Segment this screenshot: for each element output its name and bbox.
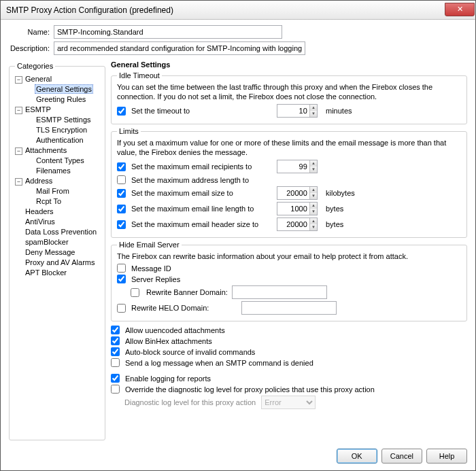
diag-level-select: Error <box>261 396 316 409</box>
spin-up-icon[interactable]: ▲ <box>310 218 317 224</box>
spin-up-icon[interactable]: ▲ <box>310 105 317 111</box>
rewrite-banner-label: Rewrite Banner Domain: <box>146 288 228 296</box>
spin-up-icon[interactable]: ▲ <box>310 203 317 209</box>
idle-timeout-fieldset: Idle Timeout You can set the time betwee… <box>111 71 467 124</box>
rewrite-helo-checkbox[interactable] <box>117 304 126 313</box>
enable-log-label: Enable logging for reports <box>125 374 211 383</box>
tree-apt-blocker[interactable]: APT Blocker <box>24 268 68 277</box>
max-header-size-checkbox[interactable] <box>117 220 126 229</box>
max-header-size-label: Set the maximum email header size to <box>131 220 274 228</box>
sendlog-checkbox[interactable] <box>111 358 120 367</box>
tree-toggle[interactable]: − <box>15 178 22 186</box>
page-heading: General Settings <box>111 60 467 69</box>
limits-legend: Limits <box>117 127 141 135</box>
max-size-input[interactable] <box>277 187 309 199</box>
tree-mail-from[interactable]: Mail From <box>35 187 71 195</box>
tree-attachments[interactable]: Attachments <box>24 146 68 154</box>
autoblock-checkbox[interactable] <box>111 347 120 356</box>
hide-email-desc: The Firebox can rewrite basic informatio… <box>117 251 461 261</box>
timeout-input[interactable] <box>277 105 309 117</box>
tree-esmtp-settings[interactable]: ESMTP Settings <box>35 116 92 124</box>
tree-authentication[interactable]: Authentication <box>35 136 85 144</box>
tree-filenames[interactable]: Filenames <box>35 167 72 175</box>
autoblock-label: Auto-block source of invalid commands <box>125 348 255 356</box>
tree-esmtp[interactable]: ESMTP <box>24 105 52 114</box>
rewrite-banner-checkbox[interactable] <box>131 288 139 297</box>
max-size-checkbox[interactable] <box>117 189 126 198</box>
tree-antivirus[interactable]: AntiVirus <box>24 217 56 226</box>
tree-content-types[interactable]: Content Types <box>35 156 86 164</box>
override-diag-label: Override the diagnostic log level for pr… <box>125 385 375 394</box>
uuencoded-label: Allow uuencoded attachments <box>125 326 225 334</box>
dialog-window: SMTP Proxy Action Configuration (predefi… <box>0 0 476 471</box>
max-line-len-stepper[interactable]: ▲▼ <box>277 202 318 215</box>
rewrite-helo-field[interactable] <box>241 301 337 315</box>
max-size-stepper[interactable]: ▲▼ <box>277 186 318 200</box>
message-id-checkbox[interactable] <box>117 264 126 273</box>
name-label: Name: <box>9 28 54 36</box>
spin-down-icon[interactable]: ▼ <box>310 167 317 173</box>
limits-fieldset: Limits If you set a maximum value for on… <box>111 127 467 238</box>
tree-toggle[interactable]: − <box>15 76 22 84</box>
set-timeout-checkbox[interactable] <box>117 107 126 116</box>
max-addr-len-checkbox[interactable] <box>117 175 126 184</box>
timeout-stepper[interactable]: ▲▼ <box>277 104 318 118</box>
cancel-button[interactable]: Cancel <box>381 449 422 464</box>
spin-down-icon[interactable]: ▼ <box>310 111 317 117</box>
max-recipients-label: Set the maximum email recipients to <box>131 162 274 171</box>
max-header-size-unit: bytes <box>326 220 343 228</box>
name-field[interactable] <box>54 25 282 39</box>
help-button[interactable]: Help <box>426 449 467 464</box>
rewrite-banner-field[interactable] <box>232 285 327 299</box>
categories-fieldset: Categories −General General Settings Gre… <box>9 62 105 440</box>
tree-general[interactable]: General <box>24 75 53 83</box>
binhex-checkbox[interactable] <box>111 336 120 345</box>
tree-headers[interactable]: Headers <box>24 207 55 215</box>
description-field[interactable] <box>54 41 305 55</box>
tree-address[interactable]: Address <box>24 177 54 185</box>
idle-timeout-desc: You can set the time between the last tr… <box>117 82 461 101</box>
hide-email-fieldset: Hide Email Server The Firebox can rewrit… <box>111 241 467 321</box>
max-header-size-stepper[interactable]: ▲▼ <box>277 217 318 231</box>
hide-email-legend: Hide Email Server <box>117 241 182 249</box>
tree-general-settings[interactable]: General Settings <box>35 84 93 94</box>
server-replies-label: Server Replies <box>131 275 180 283</box>
set-timeout-label: Set the timeout to <box>131 107 274 115</box>
max-line-len-checkbox[interactable] <box>117 205 126 213</box>
spin-up-icon[interactable]: ▲ <box>310 160 317 167</box>
ok-button[interactable]: OK <box>337 449 377 464</box>
tree-tls-encryption[interactable]: TLS Encryption <box>35 126 88 134</box>
max-header-size-input[interactable] <box>277 218 309 230</box>
content-area: Name: Description: Categories −General G… <box>1 20 475 443</box>
spin-up-icon[interactable]: ▲ <box>310 187 317 193</box>
limits-desc: If you set a maximum value for one or mo… <box>117 138 461 157</box>
enable-log-checkbox[interactable] <box>111 374 120 383</box>
tree-proxy-av-alarms[interactable]: Proxy and AV Alarms <box>24 258 97 266</box>
name-row: Name: <box>9 25 467 39</box>
sendlog-label: Send a log message when an SMTP command … <box>125 359 313 367</box>
uuencoded-checkbox[interactable] <box>111 326 120 334</box>
tree-toggle[interactable]: − <box>15 107 22 114</box>
spin-down-icon[interactable]: ▼ <box>310 193 317 199</box>
spin-down-icon[interactable]: ▼ <box>310 224 317 230</box>
close-button[interactable]: ✕ <box>445 3 475 16</box>
max-size-unit: kilobytes <box>326 189 355 197</box>
binhex-label: Allow BinHex attachments <box>125 337 212 345</box>
tree-dlp[interactable]: Data Loss Prevention <box>24 228 98 236</box>
server-replies-checkbox[interactable] <box>117 275 126 283</box>
tree-greeting-rules[interactable]: Greeting Rules <box>35 95 87 103</box>
max-recipients-checkbox[interactable] <box>117 162 126 171</box>
tree-toggle[interactable]: − <box>15 147 22 155</box>
main-panel: General Settings Idle Timeout You can se… <box>108 58 467 440</box>
max-line-len-input[interactable] <box>277 203 309 215</box>
max-recipients-stepper[interactable]: ▲▼ <box>277 160 318 173</box>
override-diag-checkbox[interactable] <box>111 385 120 394</box>
idle-timeout-legend: Idle Timeout <box>117 71 162 80</box>
tree-deny-message[interactable]: Deny Message <box>24 248 76 256</box>
description-row: Description: <box>9 41 467 55</box>
max-recipients-input[interactable] <box>277 160 309 173</box>
diag-level-label: Diagnostic log level for this proxy acti… <box>124 398 256 406</box>
tree-spamblocker[interactable]: spamBlocker <box>24 238 70 246</box>
tree-rcpt-to[interactable]: Rcpt To <box>35 197 63 205</box>
spin-down-icon[interactable]: ▼ <box>310 209 317 215</box>
